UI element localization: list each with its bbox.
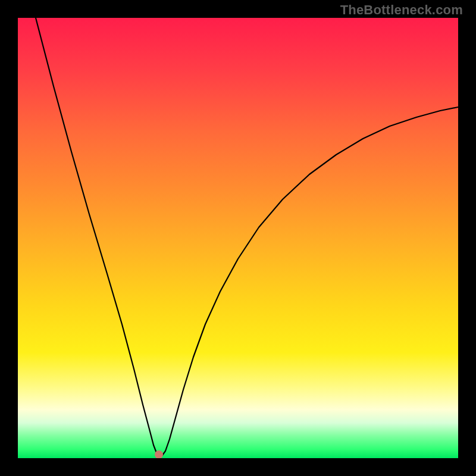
curve-line [36, 18, 458, 455]
min-point-marker [155, 450, 163, 458]
plot-area [18, 18, 458, 458]
watermark: TheBottleneck.com [340, 2, 463, 18]
curve-svg [18, 18, 458, 458]
chart-frame: TheBottleneck.com [0, 0, 476, 476]
